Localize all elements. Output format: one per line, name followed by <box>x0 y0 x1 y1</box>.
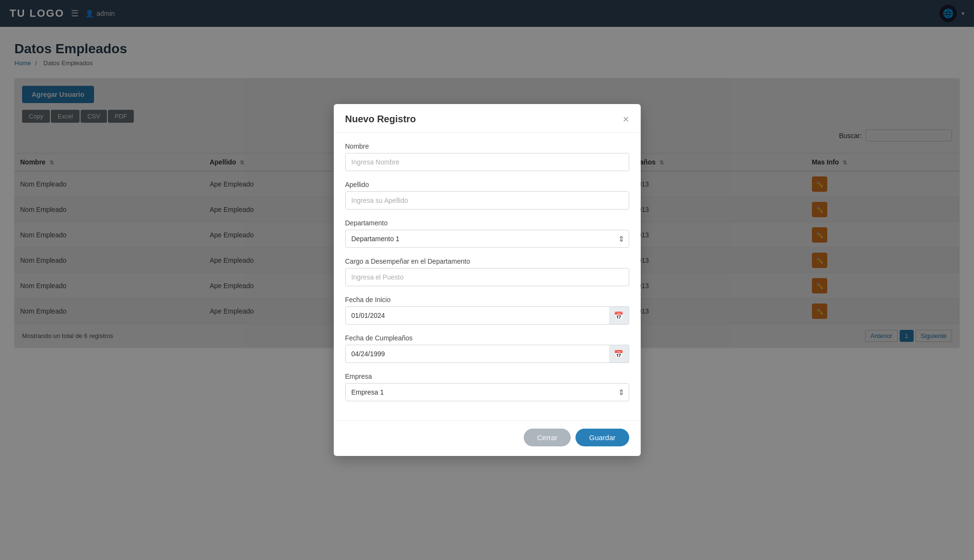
departamento-select[interactable]: Departamento 1Departamento 2Departamento… <box>345 230 629 248</box>
fecha-inicio-label: Fecha de Inicio <box>345 296 629 303</box>
form-group-fecha-cumpleanos: Fecha de Cumpleaños 📅 <box>345 334 629 363</box>
modal-nuevo-registro: Nuevo Registro × Nombre Apellido Departa… <box>334 104 641 456</box>
departamento-label: Departamento <box>345 219 629 227</box>
modal-overlay: Nuevo Registro × Nombre Apellido Departa… <box>0 0 974 560</box>
fecha-inicio-wrapper: 📅 <box>345 306 629 325</box>
form-group-cargo: Cargo a Desempeñar en el Departamento <box>345 257 629 286</box>
modal-body: Nombre Apellido Departamento Departament… <box>334 133 641 420</box>
departamento-select-wrapper: Departamento 1Departamento 2Departamento… <box>345 230 629 248</box>
fecha-cumpleanos-calendar-button[interactable]: 📅 <box>609 345 629 363</box>
apellido-input[interactable] <box>345 191 629 210</box>
cargo-label: Cargo a Desempeñar en el Departamento <box>345 257 629 265</box>
cerrar-button[interactable]: Cerrar <box>524 429 571 446</box>
modal-close-button[interactable]: × <box>623 114 629 125</box>
empresa-select-wrapper: Empresa 1Empresa 2Empresa 3 ⇕ <box>345 383 629 401</box>
fecha-cumpleanos-label: Fecha de Cumpleaños <box>345 334 629 342</box>
apellido-label: Apellido <box>345 181 629 188</box>
nombre-label: Nombre <box>345 142 629 150</box>
fecha-cumpleanos-input[interactable] <box>345 345 629 363</box>
empresa-select[interactable]: Empresa 1Empresa 2Empresa 3 <box>345 383 629 401</box>
form-group-apellido: Apellido <box>345 181 629 210</box>
fecha-inicio-input[interactable] <box>345 306 629 325</box>
form-group-departamento: Departamento Departamento 1Departamento … <box>345 219 629 248</box>
modal-footer: Cerrar Guardar <box>334 420 641 456</box>
fecha-cumpleanos-wrapper: 📅 <box>345 345 629 363</box>
form-group-nombre: Nombre <box>345 142 629 171</box>
cargo-input[interactable] <box>345 268 629 286</box>
form-group-fecha-inicio: Fecha de Inicio 📅 <box>345 296 629 325</box>
guardar-button[interactable]: Guardar <box>575 429 629 446</box>
nombre-input[interactable] <box>345 153 629 171</box>
form-group-empresa: Empresa Empresa 1Empresa 2Empresa 3 ⇕ <box>345 373 629 401</box>
modal-header: Nuevo Registro × <box>334 104 641 133</box>
fecha-inicio-calendar-button[interactable]: 📅 <box>609 306 629 325</box>
modal-title: Nuevo Registro <box>345 114 416 125</box>
empresa-label: Empresa <box>345 373 629 380</box>
